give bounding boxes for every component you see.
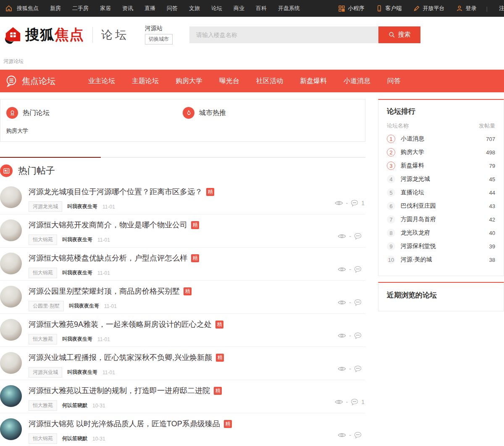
post-author[interactable]: 叫我夜夜生哥 — [67, 203, 97, 210]
hot-forums-header[interactable]: 热门论坛 — [6, 107, 183, 119]
phone-icon — [376, 5, 383, 12]
forum-ranking-box: 论坛排行 论坛名称 发帖量 1 小道消息 707 2 购房大学 498 3 — [378, 99, 504, 276]
rank-number: 9 — [387, 242, 395, 250]
post-title[interactable]: 河源恒大锦苑 以时光淬炼品质人居，匠造TOP系鼎级臻品 — [29, 419, 220, 429]
forum-tab-qa[interactable]: 问答 — [387, 77, 401, 86]
post-tag[interactable]: 恒大锦苑 — [29, 235, 57, 245]
forum-tab-new-listing[interactable]: 新盘爆料 — [300, 77, 327, 86]
rank-row[interactable]: 9 河源保利堂悦 39 — [387, 240, 495, 253]
views-count: - — [349, 365, 351, 372]
forum-tab-owner[interactable]: 业主论坛 — [88, 77, 115, 86]
avatar[interactable] — [0, 418, 22, 440]
forum-name: 方圆月岛首府 — [401, 216, 436, 223]
mini-program-link[interactable]: 小程序 — [338, 5, 365, 12]
top-nav-business[interactable]: 商业 — [234, 5, 244, 12]
post-tag[interactable]: 恒大雅苑 — [29, 400, 57, 411]
avatar[interactable] — [0, 286, 22, 308]
forum-tab-buying-university[interactable]: 购房大学 — [176, 77, 202, 86]
post-author[interactable]: 叫我夜夜生哥 — [67, 369, 97, 376]
avatar[interactable] — [0, 253, 22, 274]
home-icon[interactable] — [5, 5, 13, 12]
post-tag[interactable]: 河源兴业城 — [29, 367, 62, 378]
client-app-link[interactable]: 客户端 — [376, 5, 402, 12]
city-hot-title: 城市热推 — [199, 109, 226, 117]
search-button[interactable]: 搜索 — [378, 26, 420, 43]
post-count: 38 — [489, 257, 495, 263]
post-tag[interactable]: 河源龙光城 — [29, 201, 62, 212]
post-title[interactable]: 河源恒大雅苑以五进制的规制，打造即一进府邸二进院 — [29, 386, 210, 396]
top-nav-new-homes[interactable]: 新房 — [50, 5, 61, 12]
forum-name: 新盘爆料 — [401, 162, 424, 170]
avatar[interactable] — [0, 385, 22, 407]
rank-row[interactable]: 5 直播论坛 44 — [387, 186, 495, 199]
post-date: 11-01 — [97, 270, 110, 276]
comments-icon — [354, 332, 362, 339]
post-row: 河源恒大锦苑楼盘优缺点分析，户型点评怎么样精 恒大锦苑叫我夜夜生哥11-01 - — [0, 248, 365, 281]
rank-row[interactable]: 8 龙光玖龙府 40 — [387, 226, 495, 240]
rank-number: 7 — [387, 215, 395, 224]
top-nav-news[interactable]: 资讯 — [122, 5, 133, 12]
post-title[interactable]: 河源公园里别墅荣耀封顶，商品房价格买别墅 — [29, 286, 180, 296]
avatar[interactable] — [0, 352, 22, 374]
hot-forums-title: 热门论坛 — [23, 109, 50, 117]
top-nav-forum[interactable]: 论坛 — [211, 5, 222, 12]
forum-ranking-title: 论坛排行 — [387, 107, 495, 116]
forum-tab-topic[interactable]: 主题论坛 — [132, 77, 159, 86]
rank-row[interactable]: 7 方圆月岛首府 42 — [387, 213, 495, 226]
post-author[interactable]: 叫我夜夜生哥 — [62, 269, 92, 276]
search-input[interactable] — [189, 26, 378, 43]
post-tag[interactable]: 恒大锦苑 — [29, 268, 57, 278]
top-nav-resale[interactable]: 二手房 — [72, 5, 89, 12]
rank-row[interactable]: 2 购房大学 498 — [387, 146, 495, 159]
post-tag[interactable]: 公园里·别墅 — [29, 301, 64, 311]
forum-nav-title[interactable]: 焦点论坛 — [5, 75, 55, 87]
top-nav-travel[interactable]: 文旅 — [189, 5, 200, 12]
breadcrumb[interactable]: 河源论坛 — [0, 52, 504, 70]
avatar[interactable] — [0, 319, 22, 341]
views-count: - — [346, 200, 348, 206]
switch-city-button[interactable]: 切换城市 — [145, 34, 173, 44]
post-stats: - 1 — [335, 200, 365, 206]
rank-row[interactable]: 3 新盘爆料 79 — [387, 159, 495, 172]
sohu-focus-logo[interactable]: 搜狐焦点 — [3, 25, 84, 44]
hot-forum-link-buying-university[interactable]: 购房大学 — [6, 128, 28, 134]
post-tag[interactable]: 恒大锦苑 — [29, 433, 57, 444]
qr-code-icon — [338, 5, 345, 12]
post-title[interactable]: 河源恒大雅苑9A雅装，一起来领略厨房设计的匠心之处 — [29, 319, 212, 329]
post-author[interactable]: 何以笙晓默 — [62, 402, 87, 409]
post-tag[interactable]: 恒大雅苑 — [29, 334, 57, 344]
forum-tab-exposure[interactable]: 曝光台 — [219, 77, 239, 86]
rank-row[interactable]: 10 河源·美的城 38 — [387, 253, 495, 266]
forum-tab-community[interactable]: 社区活动 — [256, 77, 283, 86]
post-count: 42 — [489, 216, 495, 223]
login-link[interactable]: 登录 — [456, 5, 477, 12]
rank-row[interactable]: 4 河源龙光城 45 — [387, 172, 495, 186]
comments-icon — [354, 365, 362, 372]
post-author[interactable]: 叫我夜夜生哥 — [62, 336, 92, 343]
pen-icon — [413, 5, 420, 12]
post-author[interactable]: 叫我夜夜生哥 — [62, 236, 92, 243]
open-platform-link[interactable]: 开放平台 — [413, 5, 445, 12]
top-nav-sohu-focus[interactable]: 搜狐焦点 — [17, 5, 39, 12]
forum-nav-title-label: 焦点论坛 — [22, 76, 55, 87]
top-nav-wiki[interactable]: 百科 — [256, 5, 267, 12]
top-nav-live[interactable]: 直播 — [144, 5, 155, 12]
post-title[interactable]: 河源兴业城工程播报，匠心筑家深秋不负卿,兴业焕新颜 — [29, 352, 212, 363]
post-author[interactable]: 何以笙晓默 — [62, 435, 87, 442]
top-nav-opening-system[interactable]: 开盘系统 — [278, 5, 300, 12]
column-forum-name: 论坛名称 — [387, 122, 409, 130]
forum-tab-gossip[interactable]: 小道消息 — [344, 77, 370, 86]
avatar[interactable] — [0, 186, 22, 208]
top-nav-home-decor[interactable]: 家居 — [100, 5, 111, 12]
post-title[interactable]: 河源恒大锦苑开发商简介，物业是哪个物业公司 — [29, 220, 187, 230]
rank-row[interactable]: 6 巴伐利亚庄园 43 — [387, 199, 495, 213]
register-link[interactable]: 注册 — [499, 5, 504, 12]
avatar[interactable] — [0, 219, 22, 241]
top-nav-qa[interactable]: 问答 — [167, 5, 178, 12]
mini-program-label: 小程序 — [348, 5, 365, 12]
post-title[interactable]: 河源龙光城项目位于河源哪个位置？距离市区多远？ — [29, 187, 202, 197]
post-author[interactable]: 叫我夜夜生哥 — [69, 303, 99, 310]
rank-row[interactable]: 1 小道消息 707 — [387, 132, 495, 146]
post-title[interactable]: 河源恒大锦苑楼盘优缺点分析，户型点评怎么样 — [29, 253, 187, 263]
city-hot-header[interactable]: 城市热推 — [183, 107, 359, 119]
